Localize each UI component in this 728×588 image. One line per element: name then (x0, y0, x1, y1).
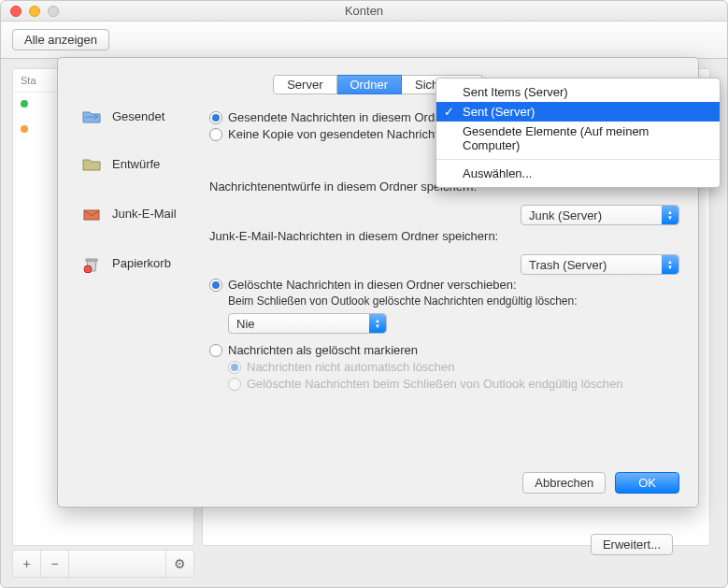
chevron-updown-icon (369, 314, 386, 333)
svg-rect-1 (86, 259, 97, 261)
chevron-updown-icon (662, 206, 678, 224)
cancel-button[interactable]: Abbrechen (522, 472, 606, 494)
trash-move-option[interactable]: Gelöschte Nachrichten in diesen Ordner v… (209, 278, 679, 292)
junk-folder-icon (82, 207, 101, 222)
menu-item-sent[interactable]: Sent (Server) (436, 102, 720, 122)
status-dot-icon (21, 100, 28, 108)
trash-folder-select[interactable]: Trash (Server) (521, 254, 679, 275)
select-value: Nie (236, 317, 255, 331)
section-trash: Papierkorb Trash (Server) Gelöschte Nach… (77, 254, 679, 394)
status-dot-icon (21, 125, 28, 133)
settings-menu-button[interactable]: ⚙ (165, 551, 193, 577)
drafts-title: Entwürfe (112, 155, 198, 171)
show-all-button[interactable]: Alle anzeigen (12, 29, 109, 50)
junk-desc: Junk-E-Mail-Nachrichten in diesem Ordner… (209, 229, 679, 243)
radio-label: Keine Kopie von gesendeten Nachrichten s… (228, 127, 468, 141)
radio-icon (209, 344, 222, 357)
sent-folder-menu: Sent Items (Server) Sent (Server) Gesend… (435, 78, 721, 188)
minus-icon: − (50, 556, 58, 571)
radio-icon (228, 378, 241, 391)
radio-label: Nachrichten als gelöscht markieren (228, 343, 418, 357)
section-junk: Junk-E-Mail Junk (Server) Junk-E-Mail-Na… (77, 205, 679, 243)
trash-mark-option[interactable]: Nachrichten als gelöscht markieren (209, 343, 679, 357)
drafts-folder-icon (82, 157, 101, 172)
trash-purgeclose-option: Gelöschte Nachrichten beim Schließen von… (228, 377, 679, 391)
radio-label: Gelöschte Nachrichten beim Schließen von… (247, 377, 623, 391)
radio-icon (209, 279, 222, 292)
gear-icon: ⚙ (174, 556, 186, 571)
sent-title: Gesendet (112, 108, 198, 123)
chevron-updown-icon (662, 255, 678, 274)
tab-server[interactable]: Server (273, 75, 336, 94)
menu-item-local[interactable]: Gesendete Elemente (Auf meinem Computer) (436, 122, 720, 155)
advanced-button[interactable]: Erweitert... (591, 534, 673, 555)
menu-separator (436, 159, 720, 160)
remove-account-button[interactable]: − (41, 551, 69, 577)
trash-folder-icon (82, 256, 101, 273)
junk-folder-select[interactable]: Junk (Server) (521, 205, 679, 225)
trash-purge-select[interactable]: Nie (228, 313, 387, 334)
select-value: Junk (Server) (529, 208, 602, 222)
radio-icon (228, 361, 241, 374)
radio-label: Gelöschte Nachrichten in diesen Ordner v… (228, 278, 517, 292)
sidebar-footer: + − ⚙ (12, 550, 194, 578)
trash-title: Papierkorb (112, 254, 198, 270)
sheet-footer: Abbrechen OK (522, 472, 679, 494)
add-account-button[interactable]: + (13, 551, 41, 577)
sent-folder-icon (82, 109, 101, 124)
toolbar: Alle anzeigen (1, 22, 727, 59)
plus-icon: + (22, 556, 30, 571)
svg-point-2 (84, 265, 92, 273)
window-title: Konten (1, 4, 727, 18)
accounts-window: Konten Alle anzeigen Sta + − ⚙ Erweitert… (0, 0, 728, 588)
radio-icon (209, 111, 222, 124)
radio-label: Nachrichten nicht automatisch löschen (247, 360, 455, 374)
trash-subdesc: Beim Schließen von Outlook gelöschte Nac… (228, 294, 679, 308)
junk-title: Junk-E-Mail (112, 205, 198, 221)
menu-item-choose[interactable]: Auswählen... (436, 164, 720, 183)
select-value: Trash (Server) (529, 258, 607, 272)
radio-label: Gesendete Nachrichten in diesem Ordner s… (228, 110, 468, 124)
titlebar: Konten (1, 1, 727, 22)
radio-icon (209, 128, 222, 141)
tab-folder[interactable]: Ordner (337, 75, 402, 94)
trash-noauto-option: Nachrichten nicht automatisch löschen (228, 360, 679, 374)
menu-item-sentitems[interactable]: Sent Items (Server) (436, 82, 720, 102)
ok-button[interactable]: OK (615, 472, 679, 494)
